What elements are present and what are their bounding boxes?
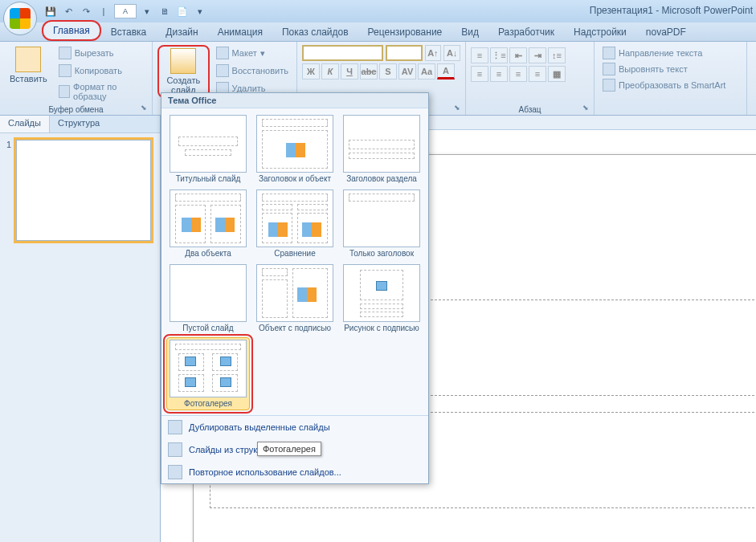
chevron-down-icon: ▾	[260, 48, 265, 59]
layout-label: Только заголовок	[349, 249, 414, 258]
pane-tab-outline[interactable]: Структура	[50, 116, 108, 132]
layout-label: Фотогалерея	[184, 399, 232, 408]
justify-button[interactable]: ≡	[529, 66, 546, 82]
align-left-button[interactable]: ≡	[471, 66, 488, 82]
tab-view[interactable]: Вид	[452, 23, 488, 41]
save-icon[interactable]: 💾	[43, 4, 58, 18]
layout-preview	[256, 115, 333, 173]
tab-review[interactable]: Рецензирование	[358, 23, 452, 41]
copy-button[interactable]: Копировать	[55, 63, 147, 79]
smartart-icon	[603, 79, 615, 92]
align-text-label: Выровнять текст	[619, 64, 688, 74]
reuse-slides-item[interactable]: Повторное использование слайдов...	[161, 461, 428, 483]
columns-button[interactable]: ▦	[548, 66, 566, 82]
layout-preview	[170, 115, 247, 173]
copy-label: Копировать	[75, 66, 122, 75]
indent-inc-button[interactable]: ⇥	[529, 47, 546, 63]
fmt-label: Формат по образцу	[73, 82, 144, 101]
clipboard-launcher-icon[interactable]: ⬊	[141, 104, 150, 113]
slide-thumbnail[interactable]: 1	[6, 140, 153, 241]
pane-tabs: Слайды Структура	[0, 116, 160, 133]
layout-title-only[interactable]: Только заголовок	[340, 188, 423, 259]
tab-anim[interactable]: Анимация	[208, 23, 272, 41]
layout-title-slide[interactable]: Титульный слайд	[166, 113, 250, 185]
align-center-button[interactable]: ≡	[490, 66, 508, 82]
paste-button[interactable]: Вставить	[5, 45, 52, 103]
tab-dev[interactable]: Разработчик	[488, 23, 564, 41]
align-right-button[interactable]: ≡	[509, 66, 527, 82]
para-launcher-icon[interactable]: ⬊	[582, 104, 592, 113]
layout-label: Заголовок и объект	[259, 174, 331, 183]
layout-button[interactable]: Макет▾	[213, 45, 292, 61]
duplicate-slides-item[interactable]: Дублировать выделенные слайды	[161, 416, 428, 438]
strike-button[interactable]: abc	[360, 63, 378, 79]
align-text-button[interactable]: Выровнять текст	[599, 61, 742, 77]
font-size-combo[interactable]	[386, 45, 422, 61]
font-color-button[interactable]: A	[437, 63, 455, 79]
layout-preview	[343, 115, 420, 173]
tab-show[interactable]: Показ слайдов	[272, 23, 358, 41]
undo-icon[interactable]: ↶	[61, 4, 76, 18]
window-title: Презентация1 - Microsoft PowerPoint	[590, 5, 753, 16]
layout-section-header[interactable]: Заголовок раздела	[340, 113, 423, 185]
layout-photo-gallery[interactable]: Фотогалерея	[166, 337, 250, 410]
layout-gallery: Тема Office Титульный слайд Заголовок и …	[161, 92, 429, 484]
case-button[interactable]: Aa	[418, 63, 435, 79]
tab-main[interactable]: Главная	[42, 20, 101, 41]
layout-label: Объект с подписью	[259, 324, 331, 332]
qat-dropdown-icon[interactable]: ▾	[140, 4, 154, 18]
bullets-button[interactable]: ≡	[471, 47, 488, 63]
shrink-font-button[interactable]: A↓	[443, 45, 460, 61]
bold-button[interactable]: Ж	[302, 63, 320, 79]
reset-button[interactable]: Восстановить	[213, 63, 292, 79]
spacing-button[interactable]: AV	[398, 63, 416, 79]
tab-insert[interactable]: Вставка	[101, 23, 157, 41]
grow-font-button[interactable]: A↑	[425, 45, 442, 61]
redo-icon[interactable]: ↷	[79, 4, 93, 18]
reuse-icon	[168, 465, 182, 479]
qat-font-box[interactable]: A	[114, 4, 137, 18]
pane-tab-slides[interactable]: Слайды	[0, 116, 50, 132]
dup-label: Дублировать выделенные слайды	[189, 422, 330, 432]
layout-label: Два объекта	[185, 249, 231, 258]
font-launcher-icon[interactable]: ⬊	[454, 104, 464, 113]
left-pane: Слайды Структура 1	[0, 116, 161, 542]
layout-content-caption[interactable]: Объект с подписью	[253, 263, 337, 334]
layout-label: Сравнение	[274, 249, 315, 258]
layout-preview	[170, 189, 247, 247]
titlebar: 💾 ↶ ↷ | A ▾ 🗎 📄 ▾ Презентация1 - Microso…	[0, 0, 756, 22]
font-name-combo[interactable]	[302, 45, 383, 61]
tab-addins[interactable]: Надстройки	[564, 23, 636, 41]
layout-preview	[170, 264, 247, 322]
layout-icon	[216, 47, 229, 59]
tab-design[interactable]: Дизайн	[156, 23, 207, 41]
text-direction-button[interactable]: Направление текста	[599, 45, 742, 61]
layout-two-content[interactable]: Два объекта	[166, 188, 250, 259]
smartart-button[interactable]: Преобразовать в SmartArt	[599, 77, 742, 93]
layout-preview	[343, 264, 420, 322]
new-doc-icon[interactable]: 📄	[175, 4, 190, 18]
qat-more-icon[interactable]: ▾	[193, 4, 207, 18]
thumbnail-area: 1	[0, 133, 160, 247]
layout-preview	[256, 189, 333, 247]
office-button[interactable]	[3, 2, 37, 35]
tab-nova[interactable]: novaPDF	[636, 23, 696, 41]
italic-button[interactable]: К	[321, 63, 339, 79]
numbering-button[interactable]: ⋮≡	[490, 47, 508, 63]
layout-comparison[interactable]: Сравнение	[253, 188, 337, 259]
gallery-header: Тема Office	[161, 93, 428, 108]
layout-picture-caption[interactable]: Рисунок с подписью	[340, 263, 423, 334]
new-slide-button[interactable]: Создать слайд	[157, 45, 210, 98]
layout-blank[interactable]: Пустой слайд	[166, 263, 250, 334]
outline-icon	[168, 442, 182, 457]
print-preview-icon[interactable]: 🗎	[157, 4, 172, 18]
format-painter-button[interactable]: Формат по образцу	[55, 80, 147, 103]
layout-title-content[interactable]: Заголовок и объект	[253, 113, 337, 185]
cut-button[interactable]: Вырезать	[55, 45, 147, 61]
office-logo-icon	[10, 8, 31, 29]
thumb-number: 1	[6, 140, 11, 241]
indent-dec-button[interactable]: ⇤	[509, 47, 527, 63]
shadow-button[interactable]: S	[379, 63, 397, 79]
line-spacing-button[interactable]: ↕≡	[548, 47, 566, 63]
underline-button[interactable]: Ч	[341, 63, 358, 79]
